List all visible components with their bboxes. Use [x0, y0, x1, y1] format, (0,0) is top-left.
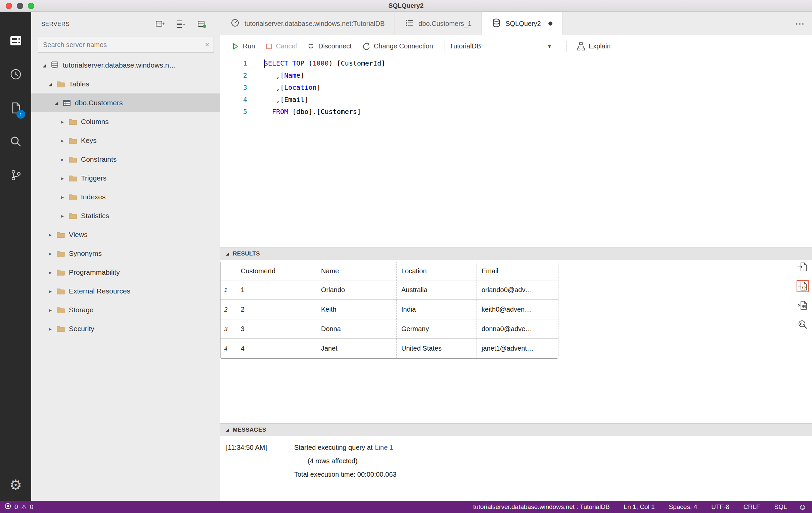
- cell-customerid[interactable]: 2: [236, 300, 316, 319]
- status-connection[interactable]: tutorialserver.database.windows.net : Tu…: [473, 503, 610, 511]
- tree-item-external-resources[interactable]: ▸External Resources: [31, 282, 220, 300]
- cell-email[interactable]: orlando0@adv…: [477, 280, 558, 300]
- save-as-csv-button[interactable]: [796, 261, 809, 273]
- expand-arrow-icon[interactable]: ▸: [57, 137, 67, 144]
- server-icon: [49, 61, 60, 70]
- save-as-json-button[interactable]: {}: [796, 280, 809, 292]
- line-link[interactable]: Line 1: [375, 444, 393, 452]
- tree-item-indexes[interactable]: ▸Indexes: [31, 188, 220, 207]
- cell-name[interactable]: Janet: [316, 339, 397, 358]
- tree-item-tutorialserver-database-windows-n[interactable]: ◢tutorialserver.database.windows.n…: [31, 56, 220, 75]
- row-number[interactable]: 2: [221, 300, 236, 319]
- cell-location[interactable]: India: [397, 300, 477, 319]
- cell-email[interactable]: janet1@advent…: [477, 339, 558, 358]
- tree-item-security[interactable]: ▸Security: [31, 319, 220, 338]
- column-header-name[interactable]: Name: [316, 262, 397, 280]
- database-dropdown-value: TutorialDB: [445, 43, 543, 50]
- collapse-arrow-icon[interactable]: ◢: [51, 101, 61, 106]
- explain-button[interactable]: Explain: [577, 42, 611, 51]
- save-as-excel-button[interactable]: [796, 299, 809, 311]
- cell-location[interactable]: Australia: [397, 280, 477, 300]
- tree-item-triggers[interactable]: ▸Triggers: [31, 169, 220, 188]
- active-connections-button[interactable]: [197, 20, 206, 29]
- tree-item-storage[interactable]: ▸Storage: [31, 300, 220, 319]
- messages-section-header[interactable]: ◢ MESSAGES: [220, 423, 812, 436]
- cell-location[interactable]: Germany: [397, 319, 477, 339]
- expand-arrow-icon[interactable]: ▸: [45, 288, 55, 295]
- explorer-activity-button[interactable]: 1: [0, 92, 31, 126]
- tree-item-dbo-customers[interactable]: ◢dbo.Customers: [31, 93, 220, 112]
- row-number[interactable]: 4: [221, 339, 236, 358]
- folder-icon: [55, 80, 66, 88]
- connections-activity-button[interactable]: [0, 25, 31, 58]
- expand-arrow-icon[interactable]: ▸: [45, 326, 55, 332]
- view-as-chart-button[interactable]: [796, 318, 809, 330]
- clear-search-icon[interactable]: ×: [205, 41, 209, 48]
- status-indentation[interactable]: Spaces: 4: [669, 503, 697, 511]
- cell-name[interactable]: Donna: [316, 319, 397, 339]
- database-dropdown[interactable]: TutorialDB ▼: [445, 40, 556, 53]
- column-header-location[interactable]: Location: [397, 262, 477, 280]
- cell-email[interactable]: keith0@adven…: [477, 300, 558, 319]
- dirty-indicator[interactable]: [548, 22, 552, 26]
- tree-item-views[interactable]: ▸Views: [31, 225, 220, 244]
- expand-arrow-icon[interactable]: ▸: [45, 232, 55, 238]
- tree-item-synonyms[interactable]: ▸Synonyms: [31, 244, 220, 263]
- tree-item-programmability[interactable]: ▸Programmability: [31, 263, 220, 282]
- collapse-arrow-icon[interactable]: ◢: [39, 63, 49, 68]
- task-history-activity-button[interactable]: [0, 58, 31, 92]
- cell-name[interactable]: Orlando: [316, 280, 397, 300]
- expand-arrow-icon[interactable]: ▸: [57, 175, 67, 182]
- minimize-button[interactable]: [17, 3, 23, 9]
- problems-indicator[interactable]: 0 ⚠ 0: [0, 503, 33, 511]
- expand-arrow-icon[interactable]: ▸: [57, 156, 67, 163]
- run-button[interactable]: Run: [231, 43, 255, 50]
- sql-editor[interactable]: 12345 SELECT TOP (1000) [CustomerId] ,[N…: [220, 57, 812, 247]
- tab-dbo-customers-1[interactable]: dbo.Customers_1: [395, 12, 482, 35]
- results-section-header[interactable]: ◢ RESULTS: [220, 247, 812, 260]
- tree-item-keys[interactable]: ▸Keys: [31, 131, 220, 150]
- column-header-customerid[interactable]: CustomerId: [236, 262, 316, 280]
- tab-sqlquery2[interactable]: SQLQuery2: [482, 12, 563, 35]
- search-activity-button[interactable]: [0, 126, 31, 159]
- tab-tutorialserver-database-windows-net-tutorialdb[interactable]: tutorialserver.database.windows.net:Tuto…: [220, 12, 395, 35]
- cell-location[interactable]: United States: [397, 339, 477, 358]
- status-eol[interactable]: CRLF: [744, 503, 760, 511]
- status-language-mode[interactable]: SQL: [774, 503, 787, 511]
- status-cursor-position[interactable]: Ln 1, Col 1: [624, 503, 655, 511]
- collapse-arrow-icon[interactable]: ◢: [45, 82, 55, 87]
- tree-item-columns[interactable]: ▸Columns: [31, 112, 220, 131]
- expand-arrow-icon[interactable]: ▸: [57, 213, 67, 219]
- cell-email[interactable]: donna0@adve…: [477, 319, 558, 339]
- expand-arrow-icon[interactable]: ▸: [45, 269, 55, 276]
- grid-corner-cell[interactable]: [221, 262, 236, 280]
- tree-item-tables[interactable]: ◢Tables: [31, 75, 220, 93]
- disconnect-button[interactable]: Disconnect: [307, 43, 352, 50]
- change-connection-button[interactable]: Change Connection: [362, 42, 433, 51]
- server-search-input[interactable]: [38, 37, 214, 53]
- feedback-smiley-icon[interactable]: ☺: [798, 503, 807, 511]
- cell-customerid[interactable]: 1: [236, 280, 316, 300]
- cell-name[interactable]: Keith: [316, 300, 397, 319]
- row-number[interactable]: 3: [221, 319, 236, 339]
- editor-content[interactable]: SELECT TOP (1000) [CustomerId] ,[Name] ,…: [252, 57, 812, 247]
- new-server-group-button[interactable]: [176, 20, 186, 29]
- tree-item-constraints[interactable]: ▸Constraints: [31, 150, 220, 169]
- settings-gear-icon[interactable]: ⚙: [9, 478, 22, 492]
- expand-arrow-icon[interactable]: ▸: [45, 250, 55, 257]
- row-number[interactable]: 1: [221, 280, 236, 300]
- tree-item-statistics[interactable]: ▸Statistics: [31, 207, 220, 225]
- zoom-button[interactable]: [28, 3, 34, 9]
- new-connection-button[interactable]: [155, 20, 165, 29]
- expand-arrow-icon[interactable]: ▸: [57, 194, 67, 200]
- explain-label: Explain: [589, 43, 611, 50]
- source-control-activity-button[interactable]: [0, 159, 31, 193]
- expand-arrow-icon[interactable]: ▸: [57, 119, 67, 125]
- expand-arrow-icon[interactable]: ▸: [45, 307, 55, 313]
- editor-actions-button[interactable]: ⋯: [795, 12, 805, 35]
- cell-customerid[interactable]: 4: [236, 339, 316, 358]
- close-button[interactable]: [6, 3, 12, 9]
- cell-customerid[interactable]: 3: [236, 319, 316, 339]
- status-encoding[interactable]: UTF-8: [711, 503, 729, 511]
- column-header-email[interactable]: Email: [477, 262, 558, 280]
